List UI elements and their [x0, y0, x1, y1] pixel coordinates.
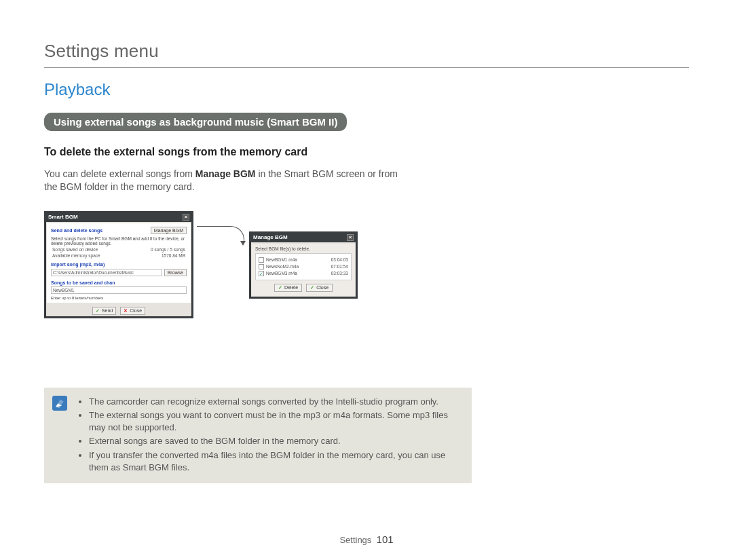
browse-button[interactable]: Browse: [164, 269, 187, 276]
send-label: Send: [102, 308, 113, 313]
window-title: Smart BGM: [48, 214, 78, 220]
file-duration: 07:01:54: [331, 264, 348, 269]
file-duration: 03:03:33: [331, 271, 348, 276]
send-button[interactable]: ✓Send: [92, 307, 116, 315]
rename-section-label: Songs to be saved and chan: [51, 280, 187, 285]
close-label: Close: [130, 308, 142, 313]
body-pre: You can delete external songs from: [44, 168, 195, 179]
page-title: Settings menu: [44, 41, 689, 62]
section-title: Playback: [44, 80, 689, 99]
checkbox-icon[interactable]: ✓: [259, 271, 264, 276]
list-item[interactable]: NewsNoM2.m4a 07:01:54: [259, 264, 348, 269]
window-title: Manage BGM: [253, 234, 288, 240]
topic-pill: Using external songs as background music…: [44, 113, 347, 131]
footer-label: Settings: [339, 535, 371, 545]
path-input[interactable]: [51, 269, 162, 276]
check-icon: ✓: [96, 308, 100, 314]
note-item: The camcorder can recognize external son…: [89, 396, 461, 408]
list-item[interactable]: NewBGM1.m4a 03:04:03: [259, 257, 348, 263]
window-titlebar: Manage BGM ×: [250, 233, 356, 242]
file-name: NewBGM3.m4a: [266, 271, 297, 276]
manage-bgm-window: Manage BGM × Select BGM file(s) to delet…: [249, 231, 358, 299]
select-hint: Select BGM file(s) to delete.: [255, 246, 352, 251]
rename-hint: Enter up to 8 letters/numbers.: [51, 296, 187, 300]
arrow-icon: [197, 225, 251, 252]
subheading: To delete the external songs from the me…: [44, 146, 689, 158]
manage-bgm-button[interactable]: Manage BGM: [151, 227, 187, 234]
close-button[interactable]: ✓Close: [306, 284, 333, 292]
page-footer: Settings 101: [0, 534, 733, 545]
body-paragraph: You can delete external songs from Manag…: [44, 168, 411, 193]
import-song-label: Import song (mp3, m4a): [51, 262, 187, 267]
file-list: NewBGM1.m4a 03:04:03 NewsNoM2.m4a 07:01:…: [255, 253, 352, 280]
note-item: If you transfer the converted m4a files …: [89, 449, 461, 474]
list-item[interactable]: ✓NewBGM3.m4a 03:03:33: [259, 271, 348, 276]
delete-label: Delete: [284, 285, 298, 290]
check-icon: ✓: [278, 285, 282, 291]
memory-space-value: 1570.84 MB: [162, 253, 185, 258]
window-description: Select songs from the PC for Smart BGM a…: [51, 236, 187, 246]
songs-on-device-label: Songs saved on device: [52, 247, 98, 252]
note-icon: [52, 396, 67, 411]
page-number: 101: [377, 534, 394, 545]
note-list: The camcorder can recognize external son…: [77, 396, 461, 475]
body-bold: Manage BGM: [195, 168, 256, 179]
close-button[interactable]: ✕Close: [120, 307, 145, 315]
file-duration: 03:04:03: [331, 257, 348, 262]
close-label: Close: [316, 285, 328, 290]
close-icon[interactable]: ×: [183, 214, 189, 221]
divider: [44, 67, 689, 68]
delete-button[interactable]: ✓Delete: [274, 284, 302, 292]
checkbox-icon[interactable]: [259, 264, 264, 269]
rename-input[interactable]: [51, 286, 187, 294]
checkbox-icon[interactable]: [259, 257, 264, 263]
songs-on-device-value: 0 songs / 5 songs: [151, 247, 185, 252]
close-icon[interactable]: ×: [347, 234, 354, 241]
check-icon: ✓: [310, 285, 314, 291]
screenshot-area: Smart BGM × Send and delete songs Manage…: [44, 211, 397, 360]
note-block: The camcorder can recognize external son…: [44, 388, 472, 483]
file-name: NewsNoM2.m4a: [266, 264, 299, 269]
note-item: External songs are saved to the BGM fold…: [89, 435, 461, 447]
send-delete-label: Send and delete songs: [51, 228, 102, 233]
memory-space-label: Available memory space: [52, 253, 100, 258]
file-name: NewBGM1.m4a: [266, 257, 297, 262]
smart-bgm-window: Smart BGM × Send and delete songs Manage…: [44, 211, 193, 318]
window-titlebar: Smart BGM ×: [45, 212, 192, 222]
close-x-icon: ✕: [124, 308, 128, 314]
note-item: The external songs you want to convert m…: [89, 409, 461, 434]
